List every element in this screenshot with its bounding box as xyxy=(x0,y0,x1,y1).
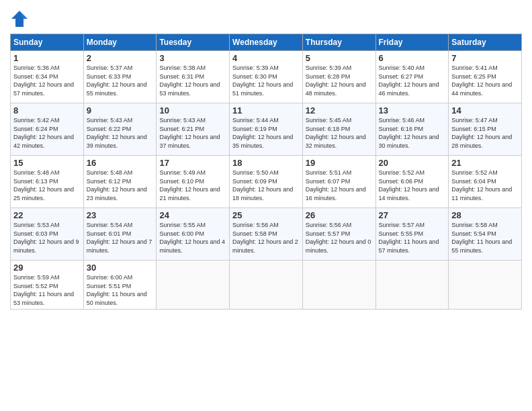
day-number: 10 xyxy=(159,105,226,116)
calendar-cell: 10 Sunrise: 5:43 AMSunset: 6:21 PMDaylig… xyxy=(157,103,230,156)
logo xyxy=(10,9,31,28)
day-number: 21 xyxy=(451,158,519,168)
calendar-table: SundayMondayTuesdayWednesdayThursdayFrid… xyxy=(10,34,522,310)
day-info: Sunrise: 5:42 AMSunset: 6:24 PMDaylight:… xyxy=(13,117,74,149)
day-info: Sunrise: 5:36 AMSunset: 6:34 PMDaylight:… xyxy=(13,64,74,97)
day-number: 8 xyxy=(13,105,81,116)
calendar-cell xyxy=(302,261,375,310)
day-info: Sunrise: 5:39 AMSunset: 6:30 PMDaylight:… xyxy=(232,64,293,97)
day-number: 16 xyxy=(87,158,154,168)
col-header-thursday: Thursday xyxy=(302,34,375,51)
calendar-cell: 23 Sunrise: 5:54 AMSunset: 6:01 PMDaylig… xyxy=(83,208,157,261)
day-info: Sunrise: 5:39 AMSunset: 6:28 PMDaylight:… xyxy=(306,64,366,97)
calendar-cell: 2 Sunrise: 5:37 AMSunset: 6:33 PMDayligh… xyxy=(83,51,157,103)
calendar-week-3: 22 Sunrise: 5:53 AMSunset: 6:03 PMDaylig… xyxy=(11,208,522,261)
calendar-header-row: SundayMondayTuesdayWednesdayThursdayFrid… xyxy=(11,34,522,51)
day-number: 18 xyxy=(232,158,300,168)
day-info: Sunrise: 5:37 AMSunset: 6:33 PMDaylight:… xyxy=(87,64,147,97)
day-number: 27 xyxy=(379,210,446,220)
calendar-week-4: 29 Sunrise: 5:59 AMSunset: 5:52 PMDaylig… xyxy=(11,261,522,310)
day-number: 20 xyxy=(379,158,446,168)
day-info: Sunrise: 5:58 AMSunset: 5:54 PMDaylight:… xyxy=(451,222,512,254)
calendar-cell: 5 Sunrise: 5:39 AMSunset: 6:28 PMDayligh… xyxy=(302,51,375,103)
calendar-week-0: 1 Sunrise: 5:36 AMSunset: 6:34 PMDayligh… xyxy=(11,51,522,103)
calendar-cell: 29 Sunrise: 5:59 AMSunset: 5:52 PMDaylig… xyxy=(11,261,84,310)
calendar-cell: 6 Sunrise: 5:40 AMSunset: 6:27 PMDayligh… xyxy=(375,51,449,103)
day-info: Sunrise: 5:57 AMSunset: 5:55 PMDaylight:… xyxy=(379,222,439,254)
day-number: 28 xyxy=(451,210,519,220)
logo-icon xyxy=(10,9,29,28)
day-number: 17 xyxy=(159,158,226,168)
col-header-tuesday: Tuesday xyxy=(157,34,230,51)
day-number: 23 xyxy=(87,210,154,220)
calendar-cell xyxy=(157,261,230,310)
day-info: Sunrise: 5:56 AMSunset: 5:58 PMDaylight:… xyxy=(232,222,298,254)
col-header-sunday: Sunday xyxy=(11,34,84,51)
calendar-cell: 24 Sunrise: 5:55 AMSunset: 6:00 PMDaylig… xyxy=(157,208,230,261)
calendar-cell: 22 Sunrise: 5:53 AMSunset: 6:03 PMDaylig… xyxy=(11,208,84,261)
day-info: Sunrise: 5:52 AMSunset: 6:06 PMDaylight:… xyxy=(379,169,439,201)
day-number: 9 xyxy=(87,105,154,116)
day-info: Sunrise: 5:59 AMSunset: 5:52 PMDaylight:… xyxy=(13,274,74,306)
calendar-cell: 19 Sunrise: 5:51 AMSunset: 6:07 PMDaylig… xyxy=(302,156,375,208)
calendar-container: SundayMondayTuesdayWednesdayThursdayFrid… xyxy=(0,0,532,316)
day-number: 7 xyxy=(451,53,519,63)
calendar-cell: 26 Sunrise: 5:56 AMSunset: 5:57 PMDaylig… xyxy=(302,208,375,261)
day-number: 11 xyxy=(232,105,300,116)
day-number: 13 xyxy=(379,105,446,116)
calendar-cell: 13 Sunrise: 5:46 AMSunset: 6:16 PMDaylig… xyxy=(375,103,449,156)
day-info: Sunrise: 5:44 AMSunset: 6:19 PMDaylight:… xyxy=(232,117,293,149)
calendar-cell: 4 Sunrise: 5:39 AMSunset: 6:30 PMDayligh… xyxy=(230,51,303,103)
day-number: 5 xyxy=(306,53,373,63)
day-number: 19 xyxy=(306,158,373,168)
calendar-cell: 7 Sunrise: 5:41 AMSunset: 6:25 PMDayligh… xyxy=(449,51,522,103)
day-number: 12 xyxy=(306,105,373,116)
calendar-cell: 14 Sunrise: 5:47 AMSunset: 6:15 PMDaylig… xyxy=(449,103,522,156)
calendar-cell: 16 Sunrise: 5:48 AMSunset: 6:12 PMDaylig… xyxy=(83,156,157,208)
day-info: Sunrise: 5:48 AMSunset: 6:13 PMDaylight:… xyxy=(13,169,74,201)
col-header-monday: Monday xyxy=(83,34,157,51)
day-number: 15 xyxy=(13,158,81,168)
day-number: 25 xyxy=(232,210,300,220)
day-info: Sunrise: 5:43 AMSunset: 6:21 PMDaylight:… xyxy=(159,117,220,149)
col-header-wednesday: Wednesday xyxy=(230,34,303,51)
calendar-cell: 21 Sunrise: 5:52 AMSunset: 6:04 PMDaylig… xyxy=(449,156,522,208)
day-number: 14 xyxy=(451,105,519,116)
day-info: Sunrise: 5:45 AMSunset: 6:18 PMDaylight:… xyxy=(306,117,366,149)
day-info: Sunrise: 5:55 AMSunset: 6:00 PMDaylight:… xyxy=(159,222,225,254)
header xyxy=(10,7,522,28)
day-info: Sunrise: 5:41 AMSunset: 6:25 PMDaylight:… xyxy=(451,64,512,97)
day-info: Sunrise: 5:38 AMSunset: 6:31 PMDaylight:… xyxy=(159,64,220,97)
day-number: 26 xyxy=(306,210,373,220)
calendar-cell xyxy=(375,261,449,310)
calendar-cell: 28 Sunrise: 5:58 AMSunset: 5:54 PMDaylig… xyxy=(449,208,522,261)
calendar-cell: 11 Sunrise: 5:44 AMSunset: 6:19 PMDaylig… xyxy=(230,103,303,156)
day-number: 22 xyxy=(13,210,81,220)
day-number: 3 xyxy=(159,53,226,63)
day-info: Sunrise: 5:56 AMSunset: 5:57 PMDaylight:… xyxy=(306,222,371,254)
day-info: Sunrise: 5:43 AMSunset: 6:22 PMDaylight:… xyxy=(87,117,147,149)
day-info: Sunrise: 5:50 AMSunset: 6:09 PMDaylight:… xyxy=(232,169,293,201)
calendar-cell: 27 Sunrise: 5:57 AMSunset: 5:55 PMDaylig… xyxy=(375,208,449,261)
calendar-cell: 30 Sunrise: 6:00 AMSunset: 5:51 PMDaylig… xyxy=(83,261,157,310)
day-info: Sunrise: 6:00 AMSunset: 5:51 PMDaylight:… xyxy=(87,274,147,306)
day-number: 6 xyxy=(379,53,446,63)
day-info: Sunrise: 5:51 AMSunset: 6:07 PMDaylight:… xyxy=(306,169,366,201)
calendar-cell: 18 Sunrise: 5:50 AMSunset: 6:09 PMDaylig… xyxy=(230,156,303,208)
day-info: Sunrise: 5:40 AMSunset: 6:27 PMDaylight:… xyxy=(379,64,439,97)
day-number: 24 xyxy=(159,210,226,220)
calendar-cell: 12 Sunrise: 5:45 AMSunset: 6:18 PMDaylig… xyxy=(302,103,375,156)
calendar-cell: 1 Sunrise: 5:36 AMSunset: 6:34 PMDayligh… xyxy=(11,51,84,103)
calendar-cell: 20 Sunrise: 5:52 AMSunset: 6:06 PMDaylig… xyxy=(375,156,449,208)
calendar-cell xyxy=(449,261,522,310)
day-info: Sunrise: 5:49 AMSunset: 6:10 PMDaylight:… xyxy=(159,169,220,201)
col-header-saturday: Saturday xyxy=(449,34,522,51)
day-number: 30 xyxy=(87,263,154,273)
day-info: Sunrise: 5:46 AMSunset: 6:16 PMDaylight:… xyxy=(379,117,439,149)
calendar-cell: 3 Sunrise: 5:38 AMSunset: 6:31 PMDayligh… xyxy=(157,51,230,103)
day-number: 2 xyxy=(87,53,154,63)
calendar-cell: 8 Sunrise: 5:42 AMSunset: 6:24 PMDayligh… xyxy=(11,103,84,156)
day-info: Sunrise: 5:47 AMSunset: 6:15 PMDaylight:… xyxy=(451,117,512,149)
calendar-cell: 17 Sunrise: 5:49 AMSunset: 6:10 PMDaylig… xyxy=(157,156,230,208)
calendar-cell xyxy=(230,261,303,310)
